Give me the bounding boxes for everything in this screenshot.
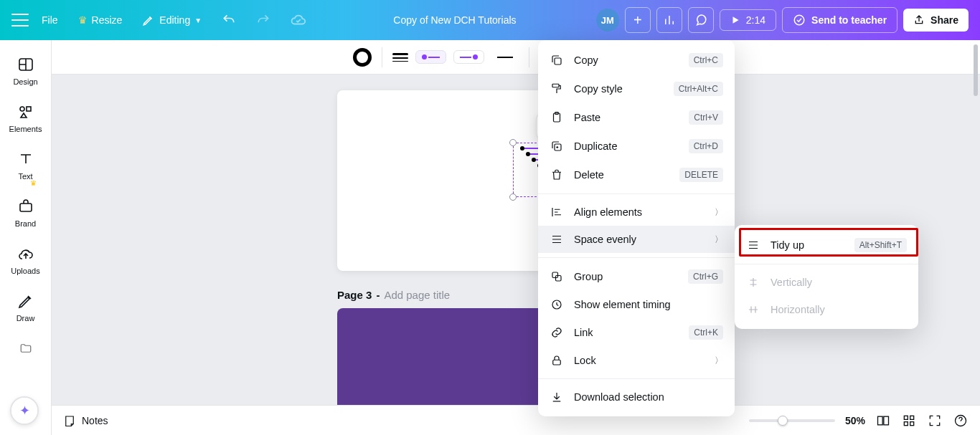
menu-link[interactable]: LinkCtrl+K (538, 318, 735, 347)
sidebar-item-text[interactable]: Text (0, 143, 51, 188)
comment-icon (694, 14, 707, 27)
menu-space-evenly[interactable]: Space evenly〉 (538, 226, 735, 253)
line-color-button[interactable] (353, 48, 372, 67)
download-icon (550, 391, 563, 403)
selection-handle[interactable] (509, 193, 517, 201)
svg-point-2 (20, 107, 24, 111)
magic-button[interactable]: ✦ (10, 396, 39, 425)
menu-paste[interactable]: PasteCtrl+V (538, 103, 735, 132)
line-weight-icon (392, 53, 408, 62)
keyboard-shortcut: Ctrl+D (689, 139, 723, 153)
keyboard-shortcut: Ctrl+G (688, 269, 723, 284)
chevron-right-icon: 〉 (715, 206, 723, 219)
undo-button[interactable] (215, 7, 243, 33)
sidebar-item-label: Design (13, 77, 37, 86)
editing-menu[interactable]: Editing▼ (135, 8, 209, 32)
submenu-tidy-up[interactable]: Tidy upAlt+Shift+T (735, 231, 918, 259)
top-bar: File ♛Resize Editing▼ Copy of New DCH Tu… (0, 0, 980, 40)
page-title-input[interactable]: Add page title (384, 289, 450, 301)
line-start-button[interactable] (415, 50, 446, 64)
line-toolbar (52, 40, 980, 75)
line-weight-button[interactable] (392, 53, 408, 62)
footer-bar: Notes 50% (52, 405, 980, 435)
document-title[interactable]: Copy of New DCH Tutorials (393, 14, 516, 26)
svg-rect-3 (27, 107, 31, 111)
send-to-teacher-button[interactable]: Send to teacher (782, 7, 897, 33)
sidebar-item-more[interactable] (0, 333, 51, 364)
menu-copy[interactable]: CopyCtrl+C (538, 46, 735, 75)
notes-button[interactable]: Notes (63, 414, 108, 427)
shapes-icon (17, 103, 34, 120)
redo-button[interactable] (249, 7, 278, 33)
fullscreen-icon (928, 414, 942, 428)
menu-align-elements[interactable]: Align elements〉 (538, 199, 735, 226)
space-evenly-icon (550, 233, 563, 246)
analytics-button[interactable] (656, 7, 682, 33)
briefcase-icon (17, 198, 34, 215)
sidebar-item-uploads[interactable]: Uploads (0, 238, 51, 282)
grid-view-button[interactable] (901, 413, 917, 429)
page-view-icon (876, 414, 890, 428)
fullscreen-button[interactable] (927, 413, 943, 429)
file-menu[interactable]: File (34, 9, 65, 32)
layout-icon (17, 56, 34, 73)
clock-icon (550, 298, 563, 311)
duplicate-icon (550, 140, 563, 153)
keyboard-shortcut: Ctrl+K (689, 325, 723, 340)
sidebar-item-draw[interactable]: Draw (0, 285, 51, 330)
horizontal-icon (747, 303, 760, 316)
share-button[interactable]: Share (903, 9, 969, 32)
menu-label: Show element timing (574, 299, 723, 310)
sidebar: Design Elements Text ♛Brand Uploads Draw (0, 40, 52, 435)
svg-rect-18 (910, 416, 914, 419)
menu-group[interactable]: GroupCtrl+G (538, 262, 735, 291)
comment-button[interactable] (688, 7, 714, 33)
menu-download-selection[interactable]: Download selection (538, 383, 735, 411)
sparkle-icon: ✦ (11, 398, 37, 424)
zoom-slider[interactable] (749, 419, 835, 422)
grid-icon (902, 414, 916, 428)
line-plain-icon (497, 57, 513, 58)
undo-icon (222, 13, 236, 27)
sidebar-item-brand[interactable]: ♛Brand (0, 191, 51, 235)
menu-label: Delete (574, 169, 669, 181)
zoom-level[interactable]: 50% (845, 415, 865, 426)
sidebar-item-label: Brand (15, 219, 36, 228)
menu-label: Lock (574, 355, 705, 366)
sidebar-item-elements[interactable]: Elements (0, 96, 51, 140)
notes-label: Notes (82, 415, 108, 426)
menu-lock[interactable]: Lock〉 (538, 347, 735, 374)
page-view-button[interactable] (875, 413, 891, 429)
menu-icon[interactable] (11, 14, 29, 27)
slider-thumb[interactable] (778, 416, 788, 426)
svg-rect-11 (552, 272, 558, 278)
selection-handle[interactable] (509, 139, 517, 146)
dot-icon (422, 54, 427, 59)
plus-icon: + (633, 12, 642, 29)
menu-copy-style[interactable]: Copy styleCtrl+Alt+C (538, 75, 735, 103)
menu-delete[interactable]: DeleteDELETE (538, 161, 735, 189)
crown-icon: ♛ (78, 14, 88, 26)
help-button[interactable] (953, 413, 969, 429)
menu-show-timing[interactable]: Show element timing (538, 291, 735, 318)
cloud-check-icon (291, 12, 306, 28)
menu-duplicate[interactable]: DuplicateCtrl+D (538, 132, 735, 161)
clipboard-icon (550, 111, 563, 124)
line-end-button[interactable] (453, 50, 484, 64)
line-type-button[interactable] (491, 53, 519, 62)
cloud-sync-button[interactable] (283, 6, 314, 34)
line-segment-icon (428, 57, 440, 58)
add-member-button[interactable]: + (625, 7, 651, 33)
check-circle-icon (793, 14, 806, 27)
menu-label: Copy style (574, 83, 664, 95)
present-button[interactable]: 2:14 (720, 9, 776, 31)
menu-label: Link (574, 327, 679, 338)
sidebar-item-label: Uploads (11, 267, 39, 275)
line-segment-icon (460, 57, 471, 58)
scrollbar[interactable] (974, 44, 978, 96)
avatar[interactable]: JM (596, 9, 619, 32)
resize-menu[interactable]: ♛Resize (71, 9, 130, 32)
sidebar-item-design[interactable]: Design (0, 49, 51, 93)
menu-label: Duplicate (574, 140, 679, 152)
svg-rect-17 (904, 416, 908, 419)
